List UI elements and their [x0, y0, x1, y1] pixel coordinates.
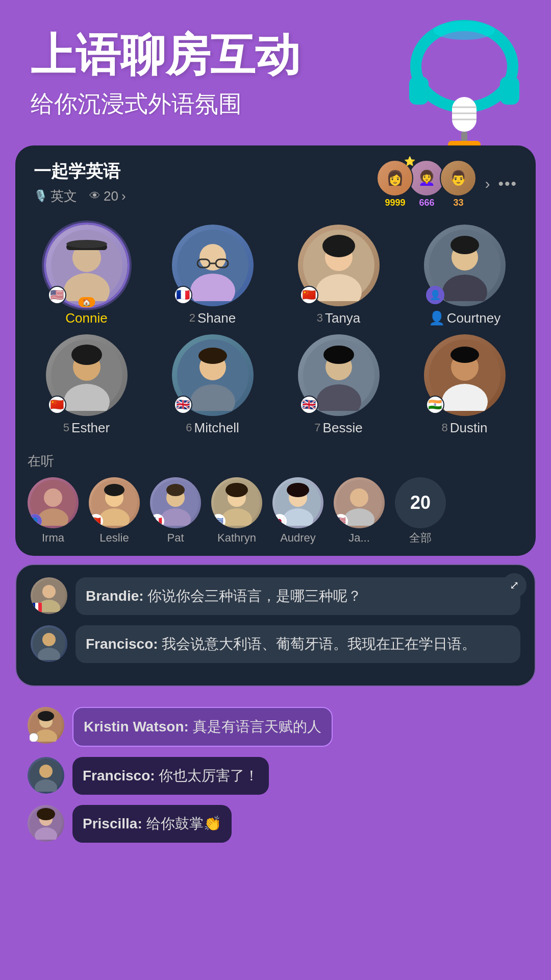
chat-room-card: 一起学英语 🎙️ 英文 👁 20 › 👩 ⭐	[15, 145, 536, 556]
listener-audrey[interactable]: 🇯🇵 Audrey	[272, 477, 323, 545]
mitchell-name: 6 Mitchell	[186, 420, 239, 436]
priscilla-avatar	[28, 805, 64, 842]
kristin-avatar	[28, 707, 64, 744]
audience-avatar-3[interactable]: 👨 33	[440, 160, 477, 208]
svg-rect-72	[33, 603, 35, 612]
francisco2-message-inner: Francisco: 你也太厉害了！	[72, 757, 269, 795]
microphone-icon: 🎙️	[34, 189, 47, 203]
esther-flag: 🇨🇳	[48, 396, 66, 414]
listeners-label: 在听	[28, 452, 523, 470]
audience-more-chevron[interactable]: ›	[485, 175, 490, 192]
shane-flag: 🇫🇷	[174, 286, 192, 304]
bessie-flag: 🇬🇧	[300, 396, 318, 414]
svg-point-3	[434, 21, 495, 40]
speaker-avatar-courtney: 👤	[424, 225, 506, 306]
ja-name: Ja...	[348, 531, 370, 545]
speaker-dustin[interactable]: 🇮🇳 8 Dustin	[406, 334, 523, 436]
courtney-name: 👤 Courtney	[429, 310, 501, 326]
speaker-avatar-bessie: 🇬🇧	[298, 334, 380, 416]
francisco2-message-text: Francisco: 你也太厉害了！	[83, 765, 259, 787]
listener-kathryn[interactable]: 🇺🇾 Kathryn	[211, 477, 262, 545]
speaker-tanya[interactable]: 🇨🇳 3 Tanya	[280, 225, 397, 326]
speaker-avatar-tanya: 🇨🇳	[298, 225, 380, 306]
svg-point-17	[199, 244, 226, 271]
bottom-message-priscilla: Priscilla: 给你鼓掌👏	[28, 805, 523, 843]
mitchell-flag: 🇬🇧	[174, 396, 192, 414]
francisco-avatar	[31, 625, 67, 662]
priscilla-message-inner: Priscilla: 给你鼓掌👏	[72, 805, 232, 843]
kristin-message-text: Kristin Watson: 真是有语言天赋的人	[84, 716, 321, 738]
svg-point-56	[166, 484, 185, 496]
speaker-mitchell[interactable]: 🇬🇧 6 Mitchell	[154, 334, 271, 436]
speaker-connie[interactable]: 🇺🇸 🏠 Connie	[28, 225, 145, 326]
bottom-message-francisco2: Francisco: 你也太厉害了！	[28, 757, 523, 795]
chat-section: ⤢ Brandie: 你说你会三种语言，是哪三种呢？	[15, 564, 536, 687]
svg-rect-4	[452, 97, 477, 132]
speaker-courtney[interactable]: 👤 👤 Courtney	[406, 225, 523, 326]
brandie-bubble: Brandie: 你说你会三种语言，是哪三种呢？	[76, 577, 520, 615]
priscilla-message-text: Priscilla: 给你鼓掌👏	[83, 813, 221, 835]
svg-point-60	[226, 483, 248, 497]
speaker-avatar-esther: 🇨🇳	[46, 334, 128, 416]
svg-rect-1	[409, 77, 429, 105]
priscilla-bubble: Priscilla: 给你鼓掌👏	[72, 805, 232, 843]
listener-irma[interactable]: 🇺🇸 👤 Irma	[28, 477, 79, 545]
svg-point-84	[39, 765, 53, 778]
svg-point-25	[322, 235, 355, 257]
listener-leslie[interactable]: 🇨🇳 Leslie	[89, 477, 140, 545]
tanya-name: 3 Tanya	[317, 310, 361, 326]
more-options-button[interactable]: •••	[498, 175, 517, 192]
shane-name: 2 Shane	[189, 310, 236, 326]
speakers-grid: 🇺🇸 🏠 Connie	[15, 216, 536, 448]
svg-point-41	[323, 346, 354, 364]
brandie-avatar	[31, 577, 67, 614]
dustin-flag: 🇮🇳	[426, 396, 444, 414]
headphone-mic-illustration	[398, 10, 531, 153]
listeners-row: 🇺🇸 👤 Irma 🇨🇳 Leslie	[28, 477, 523, 546]
audrey-name: Audrey	[280, 531, 316, 545]
listener-ja[interactable]: 🇺🇸 Ja...	[334, 477, 385, 545]
expand-chat-button[interactable]: ⤢	[502, 573, 527, 598]
audience-avatars: 👩 ⭐ 9999 👩‍🦱 666 👨 33	[377, 160, 477, 208]
speaker-esther[interactable]: 🇨🇳 5 Esther	[28, 334, 145, 436]
kristin-message-inner: Kristin Watson: 真是有语言天赋的人	[72, 707, 333, 747]
room-viewers[interactable]: 👁 20 ›	[89, 188, 126, 204]
svg-point-64	[287, 483, 309, 497]
speaker-avatar-shane: 🇫🇷	[172, 225, 254, 306]
svg-point-37	[198, 348, 227, 364]
speaker-bessie[interactable]: 🇬🇧 7 Bessie	[280, 334, 397, 436]
francisco2-bubble: Francisco: 你也太厉害了！	[72, 757, 269, 795]
room-top-right: 👩 ⭐ 9999 👩‍🦱 666 👨 33 › •••	[377, 160, 517, 208]
room-header: 一起学英语 🎙️ 英文 👁 20 › 👩 ⭐	[15, 145, 536, 216]
chat-message-francisco: Francisco: 我会说意大利语、葡萄牙语。我现在正在学日语。	[31, 625, 520, 663]
connie-host-badge: 🏠	[78, 297, 95, 307]
svg-point-89	[37, 808, 55, 820]
irma-name: Irma	[42, 531, 64, 545]
speaker-shane[interactable]: 🇫🇷 2 Shane	[154, 225, 271, 326]
svg-point-29	[450, 236, 479, 254]
svg-point-76	[42, 633, 56, 646]
svg-point-82	[30, 733, 38, 742]
connie-flag: 🇺🇸	[48, 286, 66, 304]
kathryn-name: Kathryn	[217, 531, 256, 545]
svg-point-33	[71, 345, 102, 365]
room-language: 🎙️ 英文	[34, 187, 77, 205]
svg-rect-73	[35, 603, 38, 612]
room-title: 一起学英语	[34, 160, 126, 183]
svg-point-15	[66, 240, 107, 248]
speaker-avatar-dustin: 🇮🇳	[424, 334, 506, 416]
francisco-bubble: Francisco: 我会说意大利语、葡萄牙语。我现在正在学日语。	[76, 625, 520, 663]
svg-point-69	[42, 585, 56, 598]
bessie-name: 7 Bessie	[314, 420, 362, 436]
brandie-message: Brandie: 你说你会三种语言，是哪三种呢？	[86, 585, 510, 607]
dustin-name: 8 Dustin	[442, 420, 488, 436]
francisco-message: Francisco: 我会说意大利语、葡萄牙语。我现在正在学日语。	[86, 633, 510, 655]
view-all-button[interactable]: 20 全部	[395, 477, 446, 546]
listeners-section: 在听 🇺🇸 👤 Irma	[15, 448, 536, 556]
listener-pat[interactable]: 🇫🇷 Pat	[150, 477, 201, 545]
room-title-area: 一起学英语 🎙️ 英文 👁 20 ›	[34, 160, 126, 205]
esther-name: 5 Esther	[63, 420, 110, 436]
svg-rect-74	[38, 603, 42, 612]
francisco2-avatar	[28, 757, 64, 794]
speaker-avatar-connie: 🇺🇸 🏠	[46, 225, 128, 306]
